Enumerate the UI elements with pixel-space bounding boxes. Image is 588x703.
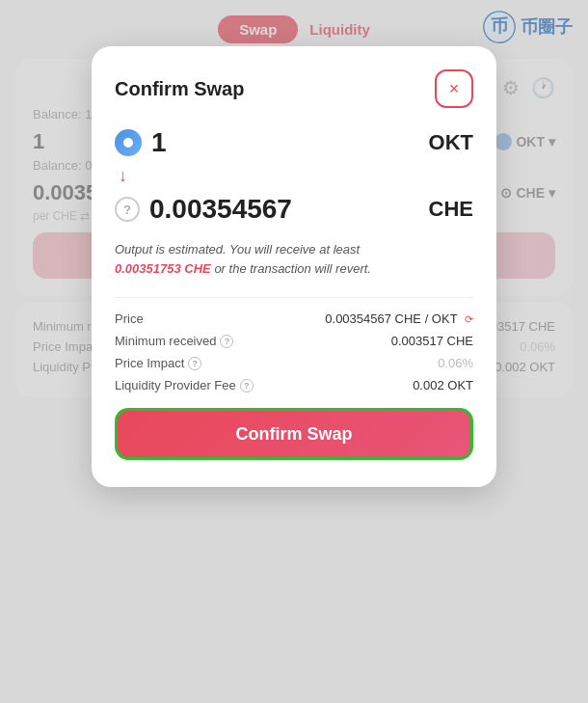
che-icon: ? — [115, 197, 140, 222]
okt-icon — [115, 129, 142, 156]
confirm-swap-modal: Confirm Swap × 1 OKT ↓ ? 0.00354567 CHE — [92, 46, 496, 487]
refresh-icon[interactable]: ⟳ — [465, 313, 473, 325]
modal-title: Confirm Swap — [115, 78, 244, 100]
confirm-swap-button[interactable]: Confirm Swap — [115, 408, 473, 460]
detail-price-impact-row: Price Impact ? 0.06% — [115, 356, 473, 370]
swap-to-row: ? 0.00354567 CHE — [115, 194, 473, 225]
modal-header: Confirm Swap × — [115, 69, 473, 108]
min-received-label: Minimum received ? — [115, 334, 233, 348]
swap-from-row: 1 OKT — [115, 127, 473, 158]
to-left: ? 0.00354567 — [115, 194, 292, 225]
to-token: CHE — [429, 197, 473, 222]
price-value: 0.00354567 CHE / OKT ⟳ — [325, 311, 473, 326]
estimate-suffix: or the transaction will revert. — [214, 261, 371, 276]
price-impact-label: Price Impact ? — [115, 356, 201, 370]
price-impact-help-icon[interactable]: ? — [188, 357, 201, 370]
from-amount: 1 — [151, 127, 167, 158]
from-left: 1 — [115, 127, 167, 158]
detail-liquidity-fee-row: Liquidity Provider Fee ? 0.002 OKT — [115, 378, 473, 392]
liquidity-fee-value: 0.002 OKT — [413, 378, 473, 392]
from-token: OKT — [429, 130, 473, 155]
modal-overlay: Confirm Swap × 1 OKT ↓ ? 0.00354567 CHE — [0, 0, 588, 703]
arrow-down-icon: ↓ — [119, 166, 473, 186]
liquidity-fee-label: Liquidity Provider Fee ? — [115, 378, 254, 392]
divider — [115, 297, 473, 298]
min-received-help-icon[interactable]: ? — [220, 335, 233, 348]
price-label: Price — [115, 311, 144, 326]
estimate-text: Output is estimated. You will receive at… — [115, 240, 473, 278]
detail-price-row: Price 0.00354567 CHE / OKT ⟳ — [115, 311, 473, 326]
close-button[interactable]: × — [435, 69, 473, 108]
price-impact-value: 0.06% — [438, 356, 473, 370]
estimate-highlight: 0.00351753 CHE — [115, 261, 211, 276]
min-received-value: 0.003517 CHE — [391, 334, 473, 348]
detail-min-received-row: Minimum received ? 0.003517 CHE — [115, 334, 473, 348]
liquidity-fee-help-icon[interactable]: ? — [240, 379, 254, 392]
to-amount: 0.00354567 — [149, 194, 292, 225]
